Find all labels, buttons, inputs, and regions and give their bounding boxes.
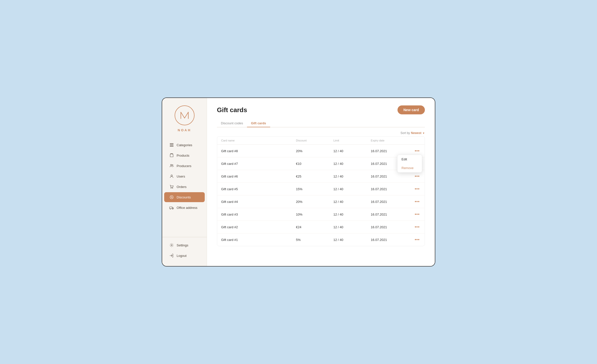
tab-gift-cards[interactable]: Gift cards (247, 119, 270, 127)
cart-icon (169, 184, 174, 189)
svg-point-4 (172, 165, 173, 166)
col-card-name: Card name (221, 139, 296, 142)
table-row: Gift card #2 €24 12 / 40 16.07.2021 ••• (217, 221, 425, 233)
sidebar-item-discounts[interactable]: Discounts (164, 192, 205, 202)
card-expiry: 16.07.2021 (371, 187, 408, 191)
sidebar-item-label: Users (177, 175, 185, 178)
card-expiry: 16.07.2021 (371, 238, 408, 242)
edit-menu-item[interactable]: Edit (398, 155, 422, 164)
card-limit: 12 / 40 (333, 187, 371, 191)
sidebar-item-label: Products (177, 154, 189, 157)
row-actions-menu: Edit Remove (397, 155, 422, 173)
sort-value[interactable]: Newest (411, 131, 421, 135)
card-limit: 12 / 40 (333, 162, 371, 166)
sidebar: NOAH Categories Products (162, 98, 207, 266)
svg-rect-2 (170, 146, 173, 147)
col-actions (408, 139, 421, 142)
table-row: Gift card #3 10% 12 / 40 16.07.2021 ••• (217, 208, 425, 221)
card-limit: 12 / 40 (333, 200, 371, 204)
svg-point-6 (171, 188, 171, 188)
bag-icon (169, 153, 174, 158)
card-discount: €25 (296, 175, 333, 178)
bottom-nav: Settings Logout (162, 237, 207, 266)
svg-point-5 (171, 175, 172, 176)
svg-point-15 (171, 245, 172, 246)
logo-icon (178, 109, 191, 122)
tab-discount-codes[interactable]: Discount codes (217, 119, 247, 127)
card-expiry: 16.07.2021 (371, 149, 408, 153)
sidebar-item-products[interactable]: Products (164, 150, 205, 160)
col-expiry: Expiry date (371, 139, 408, 142)
sidebar-item-categories[interactable]: Categories (164, 140, 205, 150)
table-row: Gift card #6 €25 12 / 40 16.07.2021 ••• (217, 170, 425, 183)
svg-rect-12 (170, 207, 172, 209)
chevron-down-icon: ▼ (422, 132, 425, 135)
card-name: Gift card #3 (221, 213, 296, 216)
card-discount: 10% (296, 213, 333, 216)
sidebar-item-label: Settings (177, 243, 188, 247)
svg-point-11 (172, 198, 173, 198)
card-name: Gift card #1 (221, 238, 296, 242)
list-icon (169, 142, 174, 147)
row-actions-button[interactable]: ••• (408, 148, 421, 154)
card-expiry: 16.07.2021 (371, 175, 408, 178)
sidebar-item-producers[interactable]: Producers (164, 161, 205, 171)
sidebar-item-users[interactable]: Users (164, 171, 205, 181)
row-actions-button[interactable]: ••• (408, 199, 421, 204)
truck-icon (169, 205, 174, 210)
svg-point-10 (171, 196, 171, 197)
svg-point-7 (172, 188, 173, 188)
col-limit: Limit (333, 139, 371, 142)
card-limit: 12 / 40 (333, 238, 371, 242)
svg-point-3 (171, 164, 172, 166)
table-row: Gift card #8 20% 12 / 40 16.07.2021 ••• … (217, 145, 425, 157)
sidebar-item-settings[interactable]: Settings (164, 240, 205, 250)
sidebar-item-logout[interactable]: Logout (164, 251, 205, 261)
col-discount: Discount (296, 139, 333, 142)
svg-rect-0 (170, 143, 173, 144)
logo-area: NOAH (162, 98, 207, 137)
table-row: Gift card #5 15% 12 / 40 16.07.2021 ••• (217, 183, 425, 195)
card-limit: 12 / 40 (333, 175, 371, 178)
row-actions-button[interactable]: ••• (408, 174, 421, 179)
row-actions-button[interactable]: ••• (408, 186, 421, 192)
new-card-button[interactable]: New card (398, 105, 425, 114)
person-icon (169, 174, 174, 179)
table-row: Gift card #7 €10 12 / 40 16.07.2021 ••• (217, 157, 425, 170)
sidebar-item-label: Producers (177, 164, 191, 168)
card-name: Gift card #8 (221, 149, 296, 153)
card-name: Gift card #2 (221, 225, 296, 229)
remove-menu-item[interactable]: Remove (398, 164, 422, 172)
svg-rect-1 (170, 145, 173, 145)
card-name: Gift card #7 (221, 162, 296, 166)
tabs: Discount codes Gift cards (217, 119, 425, 127)
sidebar-item-label: Discounts (177, 195, 191, 199)
card-discount: 5% (296, 238, 333, 242)
row-actions-button[interactable]: ••• (408, 224, 421, 230)
sidebar-item-orders[interactable]: Orders (164, 182, 205, 192)
row-actions-button[interactable]: ••• (408, 212, 421, 217)
row-actions-button[interactable]: ••• (408, 237, 421, 242)
card-discount: 20% (296, 149, 333, 153)
card-limit: 12 / 40 (333, 213, 371, 216)
table-header: Card name Discount Limit Expiry date (217, 136, 425, 145)
sidebar-item-label: Office address (177, 206, 198, 210)
page-header: Gift cards New card (217, 105, 425, 114)
sidebar-item-office-address[interactable]: Office address (164, 203, 205, 213)
card-discount: €10 (296, 162, 333, 166)
sort-label: Sort by (400, 131, 410, 135)
card-name: Gift card #6 (221, 175, 296, 178)
svg-point-14 (172, 209, 173, 209)
main-content: Gift cards New card Discount codes Gift … (207, 98, 435, 266)
card-discount: 20% (296, 200, 333, 204)
person-group-icon (169, 163, 174, 168)
card-expiry: 16.07.2021 (371, 200, 408, 204)
card-expiry: 16.07.2021 (371, 213, 408, 216)
card-limit: 12 / 40 (333, 149, 371, 153)
gear-icon (169, 243, 174, 248)
card-limit: 12 / 40 (333, 225, 371, 229)
app-screen: NOAH Categories Products (162, 97, 435, 267)
sidebar-item-label: Categories (177, 143, 192, 147)
gift-cards-table: Card name Discount Limit Expiry date Gif… (217, 136, 425, 246)
card-discount: €24 (296, 225, 333, 229)
